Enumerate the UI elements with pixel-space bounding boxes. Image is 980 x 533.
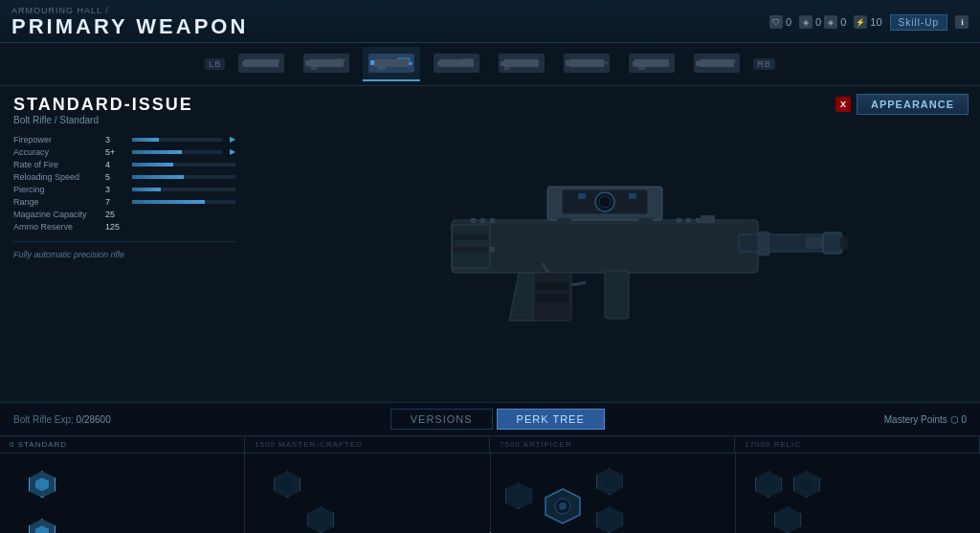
- info-icon[interactable]: ℹ: [955, 15, 969, 29]
- svg-rect-29: [823, 233, 842, 254]
- bottom-bar: Bolt Rifle Exp: 0/28600 Versions Perk Tr…: [0, 402, 980, 436]
- stat-piercing: Piercing 3: [13, 185, 235, 194]
- x-button-badge: X: [835, 97, 851, 112]
- svg-rect-38: [490, 218, 495, 223]
- perk-tree-tab[interactable]: Perk Tree: [497, 409, 605, 430]
- svg-rect-10: [460, 58, 474, 62]
- weapon-variant: Standard: [59, 115, 99, 125]
- perk-node-10[interactable]: [755, 471, 782, 498]
- perk-node-7[interactable]: [596, 468, 623, 495]
- svg-rect-6: [397, 57, 411, 62]
- rb-label: RB: [753, 58, 775, 70]
- stat-label-accuracy: Accuracy: [13, 147, 100, 157]
- svg-rect-39: [677, 218, 681, 223]
- lb-label: LB: [205, 58, 225, 70]
- hud-skill: ⚡ 10: [854, 15, 881, 29]
- perk-node-3[interactable]: [274, 471, 301, 498]
- svg-rect-12: [504, 63, 509, 70]
- svg-rect-46: [454, 234, 488, 240]
- mastery-icon: ⬡: [950, 414, 962, 425]
- svg-rect-13: [566, 60, 602, 66]
- svg-rect-35: [536, 295, 568, 302]
- svg-rect-47: [454, 247, 488, 253]
- weapon-name: STANDARD-ISSUE: [13, 96, 235, 115]
- weapon-tab-6[interactable]: [558, 47, 615, 81]
- perk-section-standard: [0, 454, 245, 533]
- stat-arrow-accuracy: ▶: [230, 147, 235, 156]
- bottom-tabs: Versions Perk Tree: [130, 409, 865, 430]
- exp-value: 0/28600: [77, 414, 111, 425]
- weapon-tab-3[interactable]: [363, 47, 420, 81]
- perk-section-relic: [736, 454, 980, 533]
- skill-icon: ⚡: [854, 15, 867, 29]
- stat-value-reload: 5: [105, 172, 126, 182]
- weapon-image-area: X Appearance: [249, 86, 980, 402]
- weapon-description: Fully automatic precision rifle: [13, 241, 235, 259]
- svg-rect-16: [638, 64, 645, 70]
- perk-section-artificer: [491, 454, 736, 533]
- weapon-tab-5[interactable]: [493, 47, 550, 81]
- mastery-display: Mastery Points ⬡ 0: [884, 414, 967, 425]
- weapon-tab-2[interactable]: [298, 47, 355, 81]
- perk-node-inner-8: [603, 513, 616, 526]
- tier-labels: 0 STANDARD 1500 MASTER-CRAFTED 7500 ARTI…: [0, 436, 980, 454]
- weapon-tab-8[interactable]: [688, 47, 746, 81]
- versions-tab-label: Versions: [411, 413, 473, 425]
- weapon-tab-1[interactable]: [233, 47, 290, 81]
- svg-point-23: [599, 196, 611, 208]
- perk-node-2[interactable]: [29, 519, 56, 533]
- svg-rect-36: [471, 218, 476, 223]
- stat-bar-fill-range: [132, 200, 205, 204]
- header: ARMOURING HALL / PRIMARY WEAPON 🛡 0 ◈ 0 …: [0, 0, 980, 43]
- svg-rect-11: [501, 61, 539, 66]
- perk-node-inner-12: [781, 513, 794, 526]
- perk-node-12[interactable]: [774, 506, 801, 533]
- weapon-render: [394, 134, 835, 344]
- svg-rect-41: [696, 218, 701, 223]
- bullet2-icon: ◈: [824, 15, 837, 29]
- svg-rect-51: [629, 193, 636, 199]
- perk-node-inner-6: [512, 489, 525, 502]
- svg-rect-45: [452, 225, 490, 268]
- perk-node-11[interactable]: [793, 471, 820, 498]
- header-left: ARMOURING HALL / PRIMARY WEAPON: [11, 6, 248, 38]
- stat-bar-fill-rof: [132, 163, 173, 167]
- stat-bar-fill-accuracy: [132, 150, 182, 154]
- weapon-subtitle: Bolt Rifle / Standard: [13, 115, 235, 125]
- versions-tab[interactable]: Versions: [390, 409, 493, 430]
- perk-node-inner-3: [280, 477, 294, 491]
- appearance-btn-container: X Appearance: [835, 94, 969, 115]
- stat-value-piercing: 3: [105, 185, 126, 194]
- shield-value: 0: [786, 16, 791, 28]
- stat-reload: Reloading Speed 5: [13, 172, 235, 182]
- weapon-type: Bolt Rifle: [13, 115, 52, 125]
- tier-label-master: 1500 MASTER-CRAFTED: [245, 436, 490, 453]
- perk-node-1[interactable]: [29, 471, 56, 498]
- stat-value-range: 7: [105, 197, 126, 207]
- svg-rect-40: [686, 218, 691, 223]
- stat-magazine: Magazine Capacity 25: [13, 210, 235, 219]
- stat-label-piercing: Piercing: [13, 185, 100, 194]
- stat-ammo: Ammo Reserve 125: [13, 222, 235, 232]
- weapon-tab-7[interactable]: [623, 47, 680, 81]
- weapon-icon-7: [629, 54, 675, 73]
- weapon-icon-6: [564, 54, 610, 73]
- mastery-label: Mastery Points: [884, 414, 947, 425]
- perk-node-8[interactable]: [596, 506, 623, 533]
- stat-value-magazine: 25: [105, 210, 134, 219]
- exp-display: Bolt Rifle Exp: 0/28600: [13, 414, 111, 425]
- weapon-tab-4[interactable]: [428, 47, 485, 81]
- stat-range: Range 7: [13, 197, 235, 207]
- perk-node-4[interactable]: [307, 506, 334, 533]
- perk-node-inner-2: [35, 525, 49, 533]
- appearance-button[interactable]: Appearance: [857, 94, 969, 115]
- perk-node-inner-10: [762, 477, 775, 491]
- perk-node-inner-7: [603, 475, 616, 488]
- ammo2-value: 0: [840, 16, 846, 28]
- skill-up-button[interactable]: Skill-Up: [890, 14, 947, 31]
- svg-rect-14: [598, 61, 608, 64]
- svg-rect-15: [633, 61, 663, 66]
- perk-node-central[interactable]: [544, 487, 582, 525]
- perk-node-6[interactable]: [505, 482, 532, 509]
- svg-rect-44: [490, 247, 495, 252]
